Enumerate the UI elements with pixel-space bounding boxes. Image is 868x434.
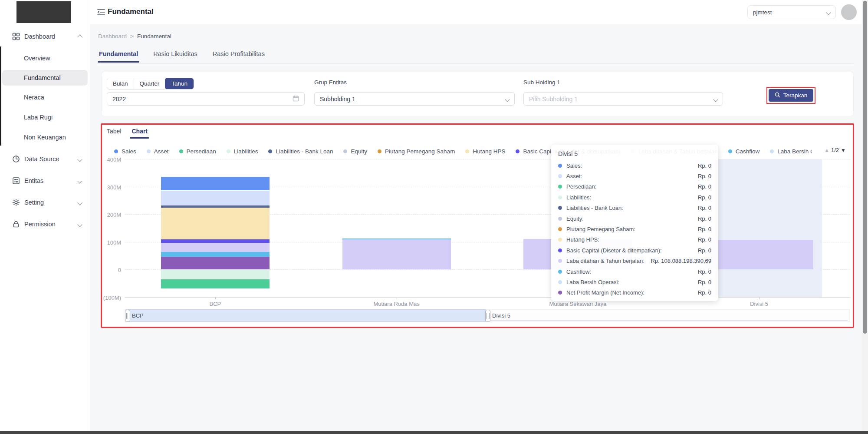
tooltip-series-value: Rp. 0 [698,236,711,243]
bar-segment-persediaan[interactable] [161,279,270,288]
sidebar-item-entitas[interactable]: Entitas [0,173,90,189]
sidebar-item-laba-rugi[interactable]: Laba Rugi [2,109,88,125]
tab-tabel[interactable]: Tabel [107,128,121,139]
legend-dot [268,149,272,153]
tab-fundamental[interactable]: Fundamental [99,50,138,63]
legend-label: Liabilities - Bank Loan [276,148,333,155]
chevron-up-icon [78,33,82,40]
tooltip-series-dot [558,227,562,231]
breadcrumb-item-current: Fundamental [137,33,171,40]
menu-fold-icon[interactable] [97,9,105,16]
bar-segment-cashflow[interactable] [342,239,451,239]
legend-label: Equity [351,148,367,155]
data-zoom-slider[interactable]: BCP Divisi 5 [125,309,850,322]
apply-button-highlight: Terapkan [766,87,815,104]
breadcrumb: Dashboard > Fundamental [98,33,171,40]
x-axis-label: BCP [210,301,221,307]
legend-page-up-icon[interactable]: ▲ [824,147,829,153]
x-axis-tick [759,297,760,299]
tooltip-series-value: Rp. 0 [698,289,711,296]
legend-item-asset[interactable]: Asset [147,148,169,155]
tooltip-row: Cashflow:Rp. 0 [558,266,711,277]
legend-item-persediaan[interactable]: Persediaan [179,148,216,155]
workspace-select[interactable]: pjmtest [747,5,836,19]
legend-item-piutang_pemegang_saham[interactable]: Piutang Pemegang Saham [378,148,455,155]
sidebar-item-label: Dashboard [24,33,55,40]
sidebar-item-label: Neraca [24,94,44,101]
sub-holding-label: Sub Holding 1 [523,79,560,86]
legend-dot [114,149,118,153]
period-option-quarter[interactable]: Quarter [134,78,166,89]
tab-rasio-profitabilitas[interactable]: Rasio Profitabilitas [213,50,265,63]
sidebar-item-neraca[interactable]: Neraca [2,89,88,105]
legend-item-laba_bersih_operasi[interactable]: Laba Bersih Operasi [770,148,812,155]
legend-item-liabilities_bank_loan[interactable]: Liabilities - Bank Loan [268,148,333,155]
sub-holding-select[interactable]: Pilih Subholding 1 [523,92,723,106]
tooltip-series-dot [558,174,562,178]
apply-button-label: Terapkan [783,92,808,99]
tooltip-series-value: Rp. 0 [698,268,711,275]
sidebar-item-label: Entitas [24,177,43,184]
tab-chart[interactable]: Chart [132,128,148,139]
sidebar-item-dashboard[interactable]: Dashboard [0,29,90,44]
chevron-down-icon [506,96,509,103]
tooltip-series-value: Rp. 0 [698,215,711,222]
sidebar-item-setting[interactable]: Setting [0,195,90,210]
sidebar-item-label: Data Source [24,156,59,162]
bar-segment-laba_ditahan[interactable] [161,243,270,252]
sidebar-item-label: Fundamental [24,74,61,81]
entity-icon [12,177,20,185]
period-option-tahun[interactable]: Tahun [165,78,194,89]
tooltip-series-value: Rp. 0 [698,183,711,190]
bar-segment-laba_ditahan[interactable] [342,239,451,269]
tooltip-series-dot [558,291,562,295]
bar-segment-liabilities[interactable] [161,269,270,279]
bar-segment-basic_capital[interactable] [161,239,270,243]
tooltip-series-label: Equity: [566,215,584,222]
legend-item-equity[interactable]: Equity [343,148,367,155]
sidebar-item-permission[interactable]: Permission [0,216,90,232]
filter-panel: Bulan Quarter Tahun 2022 Grup Entitas Su… [101,72,854,116]
bar-segment-liabilities_bank_loan[interactable] [161,205,270,208]
bar-segment-asset[interactable] [161,191,270,205]
legend-item-liabilities[interactable]: Liabilities [227,148,258,155]
x-axis-tick [397,297,397,299]
panel-tabs: Tabel Chart [107,128,148,139]
grup-entitas-select[interactable]: Subholding 1 [314,92,515,106]
data-zoom-left-handle[interactable] [125,310,130,322]
legend-item-hutang_hps[interactable]: Hutang HPS [465,148,505,155]
sidebar-item-data-source[interactable]: Data Source [0,151,90,167]
data-zoom-selected-range[interactable] [126,309,486,322]
legend-item-sales[interactable]: Sales [114,148,136,155]
search-icon [775,92,780,99]
bar-segment-laba_ditahan[interactable] [705,240,813,270]
year-input[interactable]: 2022 [107,92,305,106]
sidebar-item-overview[interactable]: Overview [2,50,88,66]
legend-dot [770,149,774,153]
legend-label: Piutang Pemegang Saham [385,148,455,155]
legend-page-down-icon[interactable]: ▼ [841,147,846,153]
y-axis-tick-label: 0 [95,267,121,273]
bar-segment-cashflow[interactable] [161,252,270,257]
legend-page-indicator: 1/2 [831,147,839,153]
tooltip-series-label: Laba Bersih Operasi: [566,279,619,285]
bar-segment-net_profit_margin[interactable] [161,257,270,269]
grup-entitas-value: Subholding 1 [320,96,355,103]
user-avatar[interactable] [841,4,857,20]
legend-item-cashflow[interactable]: Cashflow [728,148,760,155]
apply-button[interactable]: Terapkan [769,89,813,102]
scrollbar-thumb[interactable] [863,1,867,334]
sidebar-item-non-keuangan[interactable]: Non Keuangan [2,129,88,145]
breadcrumb-item[interactable]: Dashboard [98,33,127,40]
bar-segment-hutang_hps[interactable] [161,208,270,239]
data-zoom-right-handle[interactable] [485,310,490,322]
tab-rasio-likuiditas[interactable]: Rasio Likuiditas [153,50,197,63]
x-axis-label: Mutiara Roda Mas [374,301,420,307]
period-option-bulan[interactable]: Bulan [107,78,134,89]
bar-segment-sales[interactable] [161,177,270,190]
chevron-down-icon [78,156,82,162]
sidebar-item-fundamental[interactable]: Fundamental [2,70,88,86]
tabs-divider [98,63,854,64]
chart-tooltip: Divisi 5 Sales:Rp. 0Asset:Rp. 0Persediaa… [551,145,718,301]
legend-dot [227,149,230,153]
